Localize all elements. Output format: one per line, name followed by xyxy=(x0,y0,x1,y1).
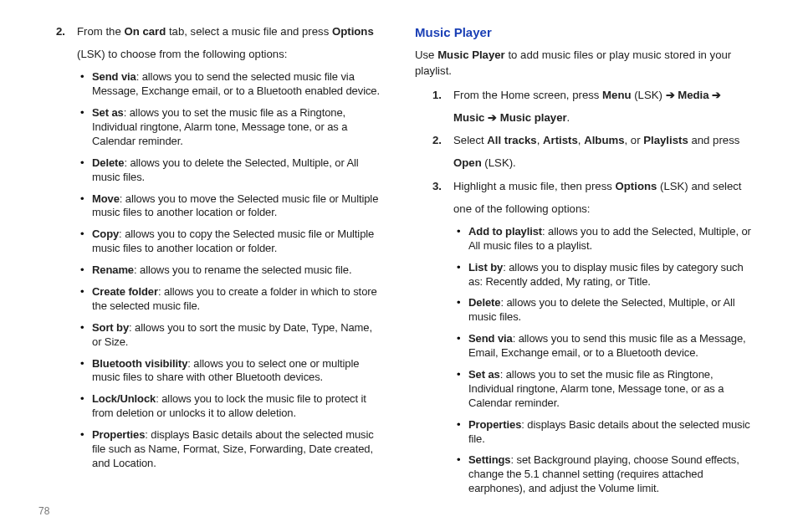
step-number: 2. xyxy=(428,132,442,148)
bullet-text: : allows you to sort the music by Date, … xyxy=(92,321,372,348)
txt: Use xyxy=(415,49,437,61)
step-body: Select All tracks, Artists, Albums, or P… xyxy=(453,132,760,171)
bullet-item: Bluetooth visibility: allows you to sele… xyxy=(80,357,383,386)
step-body: From the Home screen, press Menu (LSK) ➔… xyxy=(453,87,760,125)
bullet-text: : allows you to move the Selected music … xyxy=(92,192,378,219)
bullet-item: Delete: allows you to delete the Selecte… xyxy=(457,296,760,325)
step-line-2: one of the following options: xyxy=(453,201,760,217)
step-body: Highlight a music file, then press Optio… xyxy=(453,178,760,217)
bullet-item: Create folder: allows you to create a fo… xyxy=(80,285,383,314)
bullet-term: List by xyxy=(468,261,503,274)
bullet-term: Properties xyxy=(92,428,145,441)
bullet-term: Add to playlist xyxy=(468,225,542,238)
bullet-item: Lock/Unlock: allows you to lock the musi… xyxy=(80,392,383,421)
bullet-term: Set as xyxy=(92,106,124,119)
txt: . xyxy=(567,111,570,124)
step-number: 3. xyxy=(428,178,442,194)
bullet-term: Move xyxy=(92,192,120,205)
txt: (LSK). xyxy=(482,156,516,169)
arrow-icon: ➔ xyxy=(712,89,721,101)
bold: Options xyxy=(616,180,657,192)
txt: (LSK) and select xyxy=(657,180,741,192)
txt: and press xyxy=(688,134,740,146)
bullet-item: Send via: allows you to send this music … xyxy=(457,332,760,361)
music-player-intro: Use Music Player to add music files or p… xyxy=(415,47,760,79)
bold: All tracks xyxy=(487,134,536,146)
bold: Open xyxy=(453,156,482,169)
arrow-icon: ➔ xyxy=(666,89,675,101)
bold: Media xyxy=(675,89,713,101)
right-step-2: 2. Select All tracks, Artists, Albums, o… xyxy=(428,132,760,171)
step-line-1: From the Home screen, press Menu (LSK) ➔… xyxy=(453,87,760,103)
bold: Options xyxy=(332,25,374,38)
bullet-item: List by: allows you to display music fil… xyxy=(457,261,760,289)
bullet-term: Rename xyxy=(92,263,134,276)
bold: Music Player xyxy=(437,49,505,61)
bullet-term: Settings xyxy=(468,453,510,466)
bullet-item: Send via: allows you to send the selecte… xyxy=(80,70,383,99)
step-line-1: Highlight a music file, then press Optio… xyxy=(453,178,760,194)
bullet-term: Set as xyxy=(468,368,500,381)
right-step-3: 3. Highlight a music file, then press Op… xyxy=(428,178,760,217)
bold: Menu xyxy=(602,89,631,101)
txt: From the xyxy=(77,25,124,38)
bullet-term: Lock/Unlock xyxy=(92,392,156,405)
bold: Playlists xyxy=(643,134,688,146)
left-bullets: Send via: allows you to send the selecte… xyxy=(80,70,383,470)
txt: From the Home screen, press xyxy=(453,89,602,101)
step-line-2: (LSK) to choose from the following optio… xyxy=(77,46,383,62)
right-column: Music Player Use Music Player to add mus… xyxy=(415,23,760,515)
bullet-text: : allows you to delete the Selected, Mul… xyxy=(92,156,359,183)
bullet-term: Copy xyxy=(92,228,119,240)
bullet-text: : allows you to set the music file as a … xyxy=(92,106,347,147)
bullet-term: Sort by xyxy=(92,321,129,334)
left-column: 2. From the On card tab, select a music … xyxy=(38,23,383,515)
txt: Select xyxy=(453,134,487,146)
music-player-heading: Music Player xyxy=(415,23,760,42)
left-step-2: 2. From the On card tab, select a music … xyxy=(52,23,383,62)
bullet-item: Properties: displays Basic details about… xyxy=(80,428,383,471)
bullet-term: Send via xyxy=(92,70,136,83)
bullet-item: Set as: allows you to set the music file… xyxy=(80,106,383,149)
bold: Music player xyxy=(497,111,567,124)
bold: Artists xyxy=(543,134,578,146)
bold: Albums xyxy=(584,134,624,146)
txt: (LSK) xyxy=(632,89,666,101)
txt: , or xyxy=(625,134,644,146)
step-line-1: From the On card tab, select a music fil… xyxy=(77,23,383,39)
arrow-icon: ➔ xyxy=(488,111,497,124)
bullet-term: Bluetooth visibility xyxy=(92,357,187,370)
bullet-item: Add to playlist: allows you to add the S… xyxy=(457,225,760,253)
page: 2. From the On card tab, select a music … xyxy=(0,0,798,532)
bullet-item: Move: allows you to move the Selected mu… xyxy=(80,192,383,221)
step-body: From the On card tab, select a music fil… xyxy=(77,23,383,62)
right-step-1: 1. From the Home screen, press Menu (LSK… xyxy=(428,87,760,125)
step-line-1: Select All tracks, Artists, Albums, or P… xyxy=(453,132,760,148)
bullet-term: Delete xyxy=(468,296,500,309)
right-bullets: Add to playlist: allows you to add the S… xyxy=(457,225,760,496)
step-line-2: Music ➔ Music player. xyxy=(453,110,760,125)
bold: On card xyxy=(124,25,166,38)
step-number: 1. xyxy=(428,87,442,103)
txt: , xyxy=(537,134,543,146)
bullet-text: : allows you to delete the Selected, Mul… xyxy=(468,296,735,323)
bullet-term: Create folder xyxy=(92,285,158,298)
page-number: 78 xyxy=(38,504,49,519)
bullet-text: : allows you to copy the Selected music … xyxy=(92,228,374,254)
bold: Music xyxy=(453,111,488,124)
bullet-item: Settings: set Background playing, choose… xyxy=(457,453,760,496)
txt: tab, select a music file and press xyxy=(166,25,332,38)
bullet-text: : allows you to display music files by c… xyxy=(468,261,744,288)
bullet-item: Delete: allows you to delete the Selecte… xyxy=(80,156,383,185)
bullet-item: Sort by: allows you to sort the music by… xyxy=(80,321,383,350)
step-line-2: Open (LSK). xyxy=(453,155,760,171)
bullet-item: Set as: allows you to set the music file… xyxy=(457,368,760,411)
bullet-item: Rename: allows you to rename the selecte… xyxy=(80,263,383,278)
step-number: 2. xyxy=(52,23,65,39)
bullet-item: Copy: allows you to copy the Selected mu… xyxy=(80,228,383,256)
bullet-term: Delete xyxy=(92,156,124,169)
bullet-term: Properties xyxy=(468,418,521,431)
bullet-text: : allows you to set the music file as Ri… xyxy=(468,368,724,409)
bullet-item: Properties: displays Basic details about… xyxy=(457,418,760,447)
bullet-text: : allows you to rename the selected musi… xyxy=(134,263,351,276)
